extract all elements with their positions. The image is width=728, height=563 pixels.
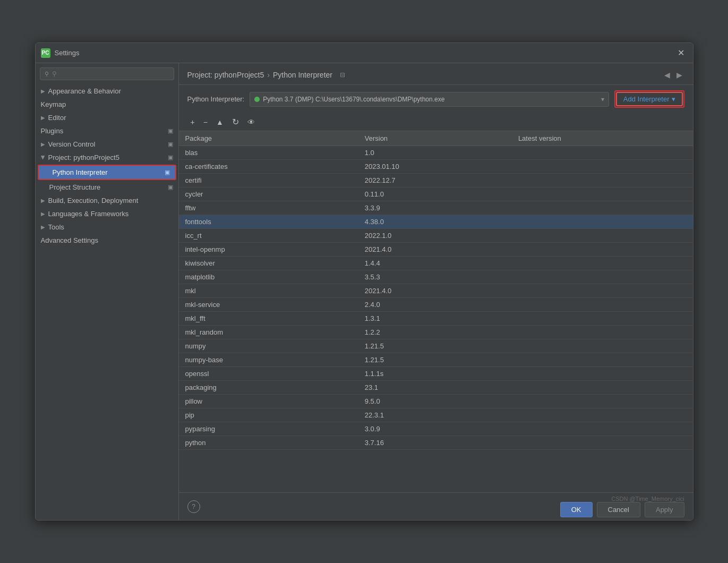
table-row[interactable]: mkl2021.4.0 [179, 284, 693, 298]
cancel-button[interactable]: Cancel [597, 502, 640, 517]
nav-arrows: ◀ ▶ [662, 70, 684, 80]
table-row[interactable]: matplotlib3.5.3 [179, 270, 693, 284]
sidebar-item-label: Tools [48, 223, 64, 231]
cell-version: 1.4.4 [358, 257, 512, 270]
sidebar-item-version-control[interactable]: ▶ Version Control ▣ [36, 138, 178, 151]
cell-latest-version [512, 436, 693, 450]
sidebar-item-appearance[interactable]: ▶ Appearance & Behavior [36, 84, 178, 98]
cell-package: numpy [179, 339, 358, 353]
cell-latest-version [512, 353, 693, 367]
cell-version: 1.0 [358, 146, 512, 160]
refresh-button[interactable]: ↻ [229, 115, 242, 129]
cell-latest-version [512, 422, 693, 436]
settings-window: PC Settings ✕ ⚲ ▶ Appearance & Behavior … [35, 42, 693, 521]
col-package: Package [179, 131, 358, 146]
arrow-icon: ▶ [41, 141, 45, 147]
table-row[interactable]: fonttools4.38.0 [179, 215, 693, 229]
sidebar-item-build[interactable]: ▶ Build, Execution, Deployment [36, 194, 178, 207]
table-row[interactable]: icc_rt2022.1.0 [179, 229, 693, 243]
cell-version: 1.3.1 [358, 312, 512, 326]
cell-version: 22.3.1 [358, 408, 512, 422]
nav-back-button[interactable]: ◀ [662, 70, 672, 80]
interpreter-selector[interactable]: Python 3.7 (DMP) C:\Users\13679\.conda\e… [250, 92, 609, 107]
python-interpreter-icon: ▣ [165, 169, 170, 176]
sidebar-item-label: Advanced Settings [41, 236, 98, 244]
arrow-icon: ▶ [41, 211, 45, 217]
nav-forward-button[interactable]: ▶ [674, 70, 684, 80]
table-row[interactable]: fftw3.3.9 [179, 201, 693, 215]
search-input[interactable] [52, 70, 169, 78]
table-row[interactable]: python3.7.16 [179, 436, 693, 450]
table-row[interactable]: blas1.0 [179, 146, 693, 160]
table-row[interactable]: mkl_random1.2.2 [179, 326, 693, 339]
table-row[interactable]: cycler0.11.0 [179, 187, 693, 201]
cell-package: pillow [179, 395, 358, 408]
sidebar-item-editor[interactable]: ▶ Editor [36, 111, 178, 124]
add-package-button[interactable]: + [187, 116, 198, 128]
sidebar-item-project-structure[interactable]: Project Structure ▣ [36, 181, 178, 194]
cell-package: python [179, 436, 358, 450]
add-interpreter-label: Add Interpreter [623, 95, 670, 103]
close-button[interactable]: ✕ [674, 47, 688, 59]
table-row[interactable]: pyparsing3.0.9 [179, 422, 693, 436]
sidebar-item-languages[interactable]: ▶ Languages & Frameworks [36, 207, 178, 220]
sidebar-item-keymap[interactable]: Keymap [36, 98, 178, 111]
sidebar-item-label: Plugins [41, 127, 64, 135]
sidebar-item-label: Editor [48, 114, 66, 122]
remove-package-button[interactable]: − [200, 116, 211, 128]
search-box[interactable]: ⚲ [40, 67, 174, 80]
sidebar-item-plugins[interactable]: Plugins ▣ [36, 124, 178, 138]
chevron-down-icon: ▾ [601, 96, 604, 103]
arrow-icon: ▶ [41, 88, 45, 94]
cell-package: mkl-service [179, 298, 358, 312]
table-row[interactable]: mkl_fft1.3.1 [179, 312, 693, 326]
sidebar-item-python-interpreter[interactable]: Python Interpreter ▣ [39, 166, 175, 179]
cell-package: mkl_random [179, 326, 358, 339]
bottom-left: ? [187, 500, 200, 513]
add-interpreter-button[interactable]: Add Interpreter ▾ [616, 92, 683, 106]
eye-button[interactable]: 👁 [244, 116, 258, 128]
cell-version: 23.1 [358, 381, 512, 395]
search-icon: ⚲ [45, 71, 49, 78]
cell-latest-version [512, 215, 693, 229]
help-button[interactable]: ? [187, 500, 200, 513]
table-row[interactable]: packaging23.1 [179, 381, 693, 395]
table-row[interactable]: certifi2022.12.7 [179, 174, 693, 187]
packages-tbody: blas1.0ca-certificates2023.01.10certifi2… [179, 146, 693, 450]
table-row[interactable]: numpy1.21.5 [179, 339, 693, 353]
cell-version: 2021.4.0 [358, 284, 512, 298]
table-row[interactable]: pip22.3.1 [179, 408, 693, 422]
main-content: ⚲ ▶ Appearance & Behavior Keymap ▶ Edito… [36, 63, 693, 520]
watermark: CSDN @Time_Memory_cici OK Cancel Apply [560, 496, 684, 517]
table-row[interactable]: numpy-base1.21.5 [179, 353, 693, 367]
up-button[interactable]: ▲ [213, 116, 227, 128]
cell-package: certifi [179, 174, 358, 187]
cell-package: kiwisolver [179, 257, 358, 270]
arrow-icon: ▶ [40, 156, 46, 160]
sidebar-item-label: Appearance & Behavior [48, 87, 121, 95]
cell-latest-version [512, 381, 693, 395]
project-icon: ▣ [168, 154, 173, 161]
cell-version: 2022.12.7 [358, 174, 512, 187]
sidebar-item-project[interactable]: ▶ Project: pythonProject5 ▣ [36, 151, 178, 164]
table-row[interactable]: openssl1.1.1s [179, 367, 693, 381]
apply-button[interactable]: Apply [645, 502, 684, 517]
ok-button[interactable]: OK [560, 502, 593, 517]
packages-table-container: Package Version Latest version blas1.0ca… [179, 131, 693, 492]
cell-package: fonttools [179, 215, 358, 229]
cell-version: 4.38.0 [358, 215, 512, 229]
table-row[interactable]: mkl-service2.4.0 [179, 298, 693, 312]
table-row[interactable]: intel-openmp2021.4.0 [179, 243, 693, 257]
col-version: Version [358, 131, 512, 146]
cell-package: mkl_fft [179, 312, 358, 326]
cell-package: matplotlib [179, 270, 358, 284]
interpreter-status-dot [254, 97, 260, 102]
cell-package: ca-certificates [179, 160, 358, 174]
sidebar-item-advanced[interactable]: Advanced Settings [36, 234, 178, 247]
table-row[interactable]: ca-certificates2023.01.10 [179, 160, 693, 174]
sidebar-item-tools[interactable]: ▶ Tools [36, 220, 178, 234]
table-row[interactable]: kiwisolver1.4.4 [179, 257, 693, 270]
table-row[interactable]: pillow9.5.0 [179, 395, 693, 408]
cell-version: 1.1.1s [358, 367, 512, 381]
cell-latest-version [512, 270, 693, 284]
